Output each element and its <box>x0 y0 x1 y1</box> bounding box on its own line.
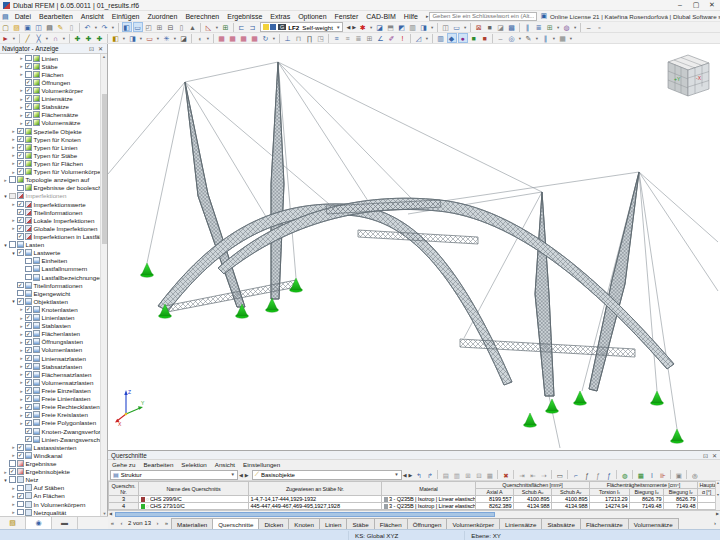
menu-ergebnisse[interactable]: Ergebnisse <box>223 11 266 22</box>
section-tool-icon[interactable]: ◖ <box>195 33 205 43</box>
new-model-icon[interactable]: ▢ <box>1 22 11 32</box>
tree-item[interactable]: ▸✓Globale Imperfektionen <box>0 224 101 232</box>
menu-cad-bim[interactable]: CAD-BIM <box>362 11 400 22</box>
expand-icon[interactable]: ▸ <box>18 412 25 418</box>
window-table-icon[interactable]: ◧ <box>122 22 132 32</box>
column-header[interactable]: Biegung Iᵥ <box>664 489 698 496</box>
tree-checkbox[interactable]: ✓ <box>25 120 32 127</box>
list2-icon[interactable]: ≡ <box>343 33 353 43</box>
display-props-icon[interactable]: ◨ <box>419 22 429 32</box>
tree-item[interactable]: ▸✓Freie Polygonlasten <box>0 419 101 427</box>
expand-icon[interactable]: ▸ <box>10 493 17 499</box>
tree-checkbox[interactable]: ✓ <box>17 136 24 143</box>
tree-checkbox[interactable]: ✓ <box>25 63 32 70</box>
arc-dropdown-icon[interactable]: ▾ <box>62 33 67 43</box>
tree-checkbox[interactable]: ✓ <box>25 428 32 435</box>
tree-item[interactable]: ▾Imperfektionen <box>0 192 101 200</box>
assigned-members-cell[interactable]: 445-447,449-467,469-495,1927,1928 <box>249 503 382 510</box>
panel-close-icon[interactable]: ✕ <box>712 452 717 459</box>
menu-hilfe[interactable]: Hilfe <box>400 11 422 22</box>
value-cell[interactable]: 7149.48 <box>630 503 664 510</box>
panel-toggle-icon[interactable]: ▥ <box>408 22 418 32</box>
line-tool-icon[interactable]: ╱ <box>23 33 33 43</box>
expand-icon[interactable]: ▸ <box>10 169 17 175</box>
arc-tool-icon[interactable]: ∩ <box>51 33 61 43</box>
value-cell[interactable]: 4100.895 <box>552 496 590 503</box>
first-table-button[interactable]: « <box>108 518 117 529</box>
visibility-dropdown-icon[interactable]: ▾ <box>573 22 578 32</box>
next-table-button[interactable]: › <box>153 518 162 529</box>
tree-checkbox[interactable]: ✓ <box>25 436 32 443</box>
box-green-icon[interactable]: ■ <box>469 33 479 43</box>
support-cone[interactable] <box>651 391 664 405</box>
show-results-icon[interactable]: ◩ <box>397 22 407 32</box>
tree-item[interactable]: ▸✓Stablasten <box>0 322 101 330</box>
render-transparent-icon[interactable]: ◪ <box>496 22 506 32</box>
tree-item[interactable]: Ergebnisse <box>0 459 101 467</box>
undo-icon[interactable]: ↶ <box>83 22 93 32</box>
print-icon[interactable]: ▤ <box>45 22 55 32</box>
section-dropdown-icon[interactable]: ▾ <box>206 33 211 43</box>
tree-item[interactable]: ▸✓Stäbe <box>0 62 101 70</box>
move-up-icon[interactable]: ▲ <box>188 22 198 32</box>
table-view3-icon[interactable]: ⊞ <box>463 470 473 480</box>
section-name-cell[interactable]: ○CHS 299/9/C <box>139 496 249 503</box>
tree-item[interactable]: ▸✓Flächensatzlasten <box>0 370 101 378</box>
value-cell[interactable]: 14274.94 <box>590 503 630 510</box>
expand-icon[interactable]: ▸ <box>18 104 25 110</box>
expand-icon[interactable]: ▸ <box>10 509 17 515</box>
prev-table-button[interactable]: ‹ <box>117 518 126 529</box>
row-number[interactable]: 4 <box>109 503 139 510</box>
tree-checkbox[interactable]: ✓ <box>17 225 24 232</box>
expand-icon[interactable]: ▸ <box>18 339 25 345</box>
tree-checkbox[interactable] <box>9 193 16 200</box>
wand-icon[interactable]: ✐ <box>387 33 397 43</box>
tree-checkbox[interactable]: ✓ <box>25 371 32 378</box>
tab-knoten[interactable]: Knoten <box>288 518 320 529</box>
expand-icon[interactable]: ▸ <box>18 323 25 329</box>
loadcase-dropdown-icon[interactable]: ▼ <box>336 25 340 30</box>
table-vertical-scrollbar[interactable]: ▲▼ <box>715 481 720 509</box>
tree-item[interactable]: Eigengewicht <box>0 289 101 297</box>
col-header-material[interactable]: Material <box>382 482 476 496</box>
tree-item[interactable]: ✓Titelinformationen <box>0 208 101 216</box>
angle-icon[interactable]: ∠ <box>376 33 386 43</box>
tab-fl-chen[interactable]: Flächen <box>374 518 408 529</box>
tables-toggle-icon[interactable]: ⊞ <box>221 22 231 32</box>
menu-berechnen[interactable]: Berechnen <box>181 11 223 22</box>
tree-checkbox[interactable] <box>17 185 24 192</box>
tree-item[interactable]: ▸Flächen <box>0 70 101 78</box>
value-cell[interactable]: 8626.79 <box>664 496 698 503</box>
tree-checkbox[interactable]: ✓ <box>17 298 24 305</box>
support-cone[interactable] <box>524 413 537 427</box>
expand-icon[interactable]: ▸ <box>10 217 17 223</box>
node-tool-icon[interactable]: ◧ <box>111 33 121 43</box>
tree-checkbox[interactable]: ✓ <box>25 339 32 346</box>
tab-stabs-tze[interactable]: Stabsätze <box>541 518 581 529</box>
tree-item[interactable]: ▸✓Typen für Volumenkörper <box>0 168 101 176</box>
polyline-dropdown-icon[interactable]: ▾ <box>45 33 50 43</box>
tab-querschnitte[interactable]: Querschnitte <box>212 518 259 529</box>
dimension-icon[interactable]: ∥ <box>523 22 533 32</box>
collapse-icon[interactable]: ▾ <box>2 242 9 248</box>
tree-item[interactable]: ▸✓Typen für Knoten <box>0 135 101 143</box>
window-split-icon[interactable]: ◰ <box>144 22 154 32</box>
show-supports-icon[interactable]: ⬒ <box>386 22 396 32</box>
table-view4-icon[interactable]: ⊟ <box>474 470 484 480</box>
value-cell[interactable]: 8199.557 <box>476 496 514 503</box>
open-model-icon[interactable]: ▨ <box>12 22 22 32</box>
tree-checkbox[interactable]: ✓ <box>25 331 32 338</box>
tab-dicken[interactable]: Dicken <box>258 518 289 529</box>
expand-icon[interactable]: ▸ <box>10 201 17 207</box>
display-dropdown-icon[interactable]: ▾ <box>430 22 435 32</box>
member-tool-icon[interactable]: ◨ <box>128 33 138 43</box>
maximize-button[interactable]: ▢ <box>688 0 704 10</box>
relation-prev-icon[interactable]: ↰ <box>414 470 424 480</box>
tree-item[interactable]: Einheiten <box>0 257 101 265</box>
restore2-icon[interactable]: ▫ <box>595 22 605 32</box>
baseobjects-filter-combobox[interactable]: ⟋ Basisobjekte ▼ <box>252 470 402 480</box>
tree-checkbox[interactable]: ✓ <box>25 103 32 110</box>
mesh-refresh-icon[interactable]: ↻ <box>261 33 271 43</box>
collapse-icon[interactable]: ▾ <box>2 477 9 483</box>
panel-pin-icon[interactable]: ⊡ <box>703 452 708 459</box>
